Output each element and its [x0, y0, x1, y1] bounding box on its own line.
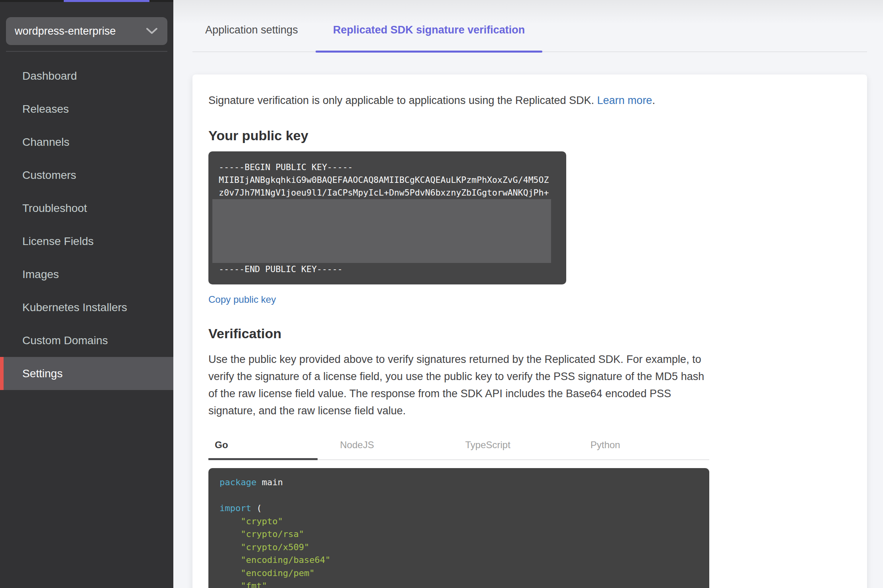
code-token: "fmt": [220, 581, 267, 588]
sidebar-divider: [6, 51, 167, 52]
progress-bar: [64, 0, 149, 2]
public-key-heading: Your public key: [208, 128, 851, 143]
code-line: import (: [208, 502, 709, 515]
sidebar: wordpress-enterprise Dashboard Releases …: [0, 0, 173, 588]
sidebar-item-license-fields[interactable]: License Fields: [0, 225, 173, 258]
sidebar-item-dashboard[interactable]: Dashboard: [0, 59, 173, 92]
app-selector-dropdown[interactable]: wordpress-enterprise: [6, 17, 167, 45]
key-begin-line: -----BEGIN PUBLIC KEY-----: [208, 161, 566, 174]
code-token: import: [220, 503, 257, 513]
app-selector-label: wordpress-enterprise: [15, 25, 116, 37]
verification-description: Use the public key provided above to ver…: [208, 351, 714, 419]
sidebar-item-kubernetes-installers[interactable]: Kubernetes Installers: [0, 291, 173, 324]
sidebar-item-custom-domains[interactable]: Custom Domains: [0, 324, 173, 357]
code-line: "encoding/pem": [208, 567, 709, 580]
sidebar-item-troubleshoot[interactable]: Troubleshoot: [0, 192, 173, 225]
top-progress-strip: [0, 0, 173, 2]
copy-public-key-link[interactable]: Copy public key: [208, 294, 276, 305]
sidebar-item-releases[interactable]: Releases: [0, 92, 173, 125]
sidebar-item-images[interactable]: Images: [0, 258, 173, 291]
signature-verification-card: Signature verification is only applicabl…: [192, 74, 867, 588]
code-token: (: [257, 503, 262, 513]
code-token: "crypto/x509": [220, 542, 309, 552]
code-line-blank: [208, 489, 709, 502]
code-line: "crypto": [208, 515, 709, 528]
intro-text: Signature verification is only applicabl…: [208, 94, 851, 107]
code-line: package main: [208, 476, 709, 489]
key-line: MIIBIjANBgkqhkiG9w0BAQEFAAOCAQ8AMIIBCgKC…: [208, 174, 566, 186]
code-token: main: [262, 477, 283, 487]
settings-tabs: Application settings Replicated SDK sign…: [192, 0, 867, 52]
redacted-key-area: [212, 199, 551, 263]
sidebar-item-settings[interactable]: Settings: [0, 357, 173, 390]
tab-nodejs[interactable]: NodeJS: [334, 434, 459, 459]
learn-more-link[interactable]: Learn more: [597, 94, 652, 106]
main-content: Application settings Replicated SDK sign…: [173, 0, 883, 588]
sidebar-item-channels[interactable]: Channels: [0, 125, 173, 159]
code-token: "encoding/base64": [220, 555, 330, 565]
code-token: "crypto": [220, 516, 283, 526]
tab-go[interactable]: Go: [208, 434, 334, 459]
chevron-down-icon: [146, 25, 158, 37]
language-tabs: Go NodeJS TypeScript Python: [208, 434, 709, 460]
verification-heading: Verification: [208, 326, 851, 341]
tab-application-settings[interactable]: Application settings: [192, 16, 316, 51]
page: wordpress-enterprise Dashboard Releases …: [0, 0, 883, 588]
tab-typescript[interactable]: TypeScript: [459, 434, 584, 459]
tab-python[interactable]: Python: [584, 434, 709, 459]
code-token: package: [220, 477, 262, 487]
sidebar-item-customers[interactable]: Customers: [0, 159, 173, 192]
tab-sdk-signature-verification[interactable]: Replicated SDK signature verification: [316, 16, 543, 51]
go-code-block: package main import ( "crypto" "crypto/r…: [208, 468, 709, 588]
public-key-block: -----BEGIN PUBLIC KEY----- MIIBIjANBgkqh…: [208, 151, 566, 284]
code-line: "fmt": [208, 580, 709, 588]
intro-sentence: Signature verification is only applicabl…: [208, 94, 597, 106]
sidebar-nav: Dashboard Releases Channels Customers Tr…: [0, 59, 173, 390]
key-line: z0v7Jh7M1NgV1joeu9l1/IaCPsMpyIcL+Dnw5Pdv…: [208, 186, 566, 199]
code-line: "encoding/base64": [208, 554, 709, 567]
code-line: "crypto/rsa": [208, 528, 709, 541]
code-token: "encoding/pem": [220, 568, 314, 578]
intro-period: .: [652, 94, 655, 106]
key-end-line: -----END PUBLIC KEY-----: [208, 263, 566, 276]
code-line: "crypto/x509": [208, 541, 709, 554]
code-token: "crypto/rsa": [220, 529, 304, 539]
